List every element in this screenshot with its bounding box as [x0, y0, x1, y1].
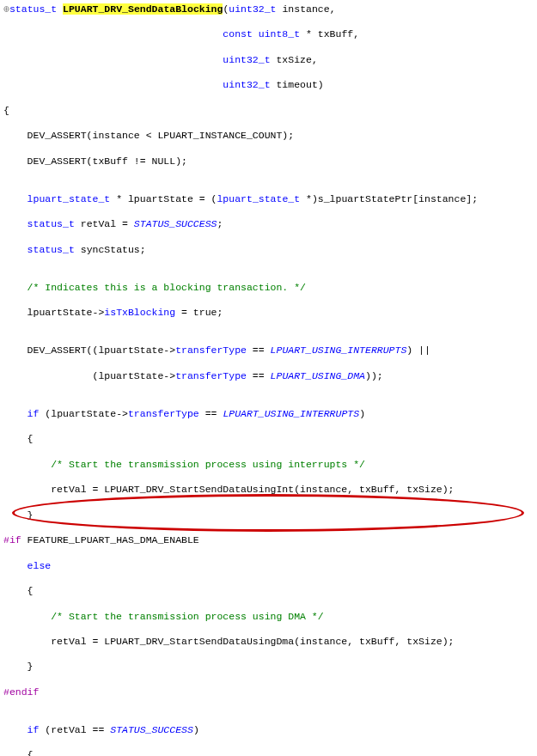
comment: /* Start the transmission process using …: [3, 459, 534, 472]
return-type: status_t: [9, 3, 57, 15]
comment: /* Start the transmission process using …: [3, 611, 534, 624]
function-name: LPUART_DRV_SendDataBlocking: [63, 3, 223, 15]
expand-icon[interactable]: ⊕: [3, 3, 9, 15]
code-block: ⊕status_t LPUART_DRV_SendDataBlocking(ui…: [3, 3, 534, 756]
comment: /* Indicates this is a blocking transact…: [3, 282, 534, 295]
